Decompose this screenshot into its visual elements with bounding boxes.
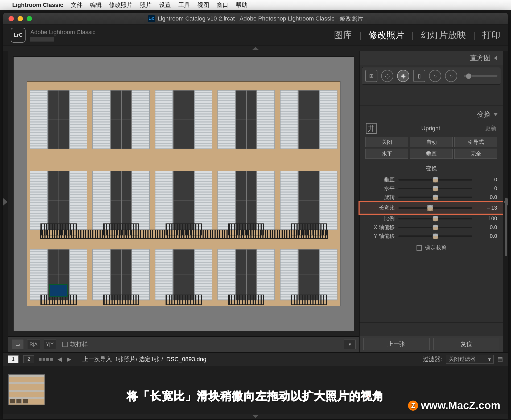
constrain-crop-row[interactable]: 锁定裁剪 [360, 244, 503, 251]
upright-auto-button[interactable]: 自动 [410, 137, 453, 147]
slider-value[interactable]: 0.0 [476, 224, 497, 230]
panel-end [360, 323, 503, 336]
menu-view[interactable]: 视图 [197, 1, 209, 9]
slider-长宽比[interactable]: 长宽比– 13 [360, 202, 503, 214]
upright-level-button[interactable]: 水平 [365, 149, 408, 159]
upright-grid-icon[interactable]: 井 [366, 123, 377, 134]
view-before-after-lr-button[interactable]: R|A [27, 340, 40, 349]
right-panel-handle[interactable] [504, 198, 508, 206]
histogram-header[interactable]: 直方图 [360, 51, 503, 65]
slider-水平[interactable]: 水平0 [360, 184, 503, 193]
filter-lock-icon[interactable]: ▤ [497, 356, 503, 363]
slider-thumb[interactable] [427, 205, 433, 211]
slider-track[interactable] [398, 197, 472, 198]
spot-tool-icon[interactable]: ◌ [381, 70, 393, 82]
slider-比例[interactable]: 比例100 [360, 214, 503, 223]
radial-tool-icon[interactable]: ○ [429, 70, 441, 82]
filmstrip-thumbnail[interactable] [8, 374, 45, 405]
filter-select[interactable]: 关闭过滤器▾ [446, 355, 494, 364]
top-panel-handle[interactable] [3, 46, 508, 51]
slider-thumb[interactable] [432, 225, 438, 230]
slider-track[interactable] [398, 218, 472, 219]
upright-full-button[interactable]: 完全 [454, 149, 497, 159]
redeye-tool-icon[interactable]: ◉ [397, 70, 409, 82]
right-bottom-buttons: 上一张 复位 [360, 336, 503, 352]
slider-Y 轴偏移[interactable]: Y 轴偏移0.0 [360, 232, 503, 240]
upright-vertical-button[interactable]: 垂直 [410, 149, 453, 159]
upright-guided-button[interactable]: 引导式 [454, 137, 497, 147]
slider-value[interactable]: 0.0 [476, 194, 497, 200]
constrain-crop-checkbox[interactable] [417, 245, 422, 251]
expand-icon [493, 113, 498, 116]
nav-forward-icon[interactable]: ▶ [67, 356, 71, 363]
slider-thumb[interactable] [432, 186, 438, 191]
identity-plate[interactable] [30, 37, 54, 42]
menu-settings[interactable]: 设置 [159, 1, 171, 9]
module-develop[interactable]: 修改照片 [368, 29, 405, 41]
maximize-button[interactable] [27, 16, 32, 21]
soft-proof-checkbox[interactable] [62, 342, 68, 347]
slider-track[interactable] [398, 207, 472, 209]
minimize-button[interactable] [18, 16, 23, 21]
left-panel-handle[interactable] [3, 198, 7, 206]
brush-tool-icon[interactable]: ○ [445, 70, 457, 82]
slider-track[interactable] [398, 235, 472, 237]
menu-tools[interactable]: 工具 [178, 1, 190, 9]
module-slideshow[interactable]: 幻灯片放映 [421, 29, 466, 41]
menu-window[interactable]: 窗口 [217, 1, 228, 9]
breadcrumb-filename: DSC_0893.dng [166, 356, 206, 362]
slider-thumb[interactable] [432, 177, 438, 183]
nav-sep: | [76, 356, 78, 363]
reset-button[interactable]: 复位 [433, 338, 500, 350]
slider-旋转[interactable]: 旋转0.0 [360, 193, 503, 202]
chevron-down-icon: ▾ [488, 356, 491, 362]
menu-edit[interactable]: 编辑 [90, 1, 102, 9]
slider-value[interactable]: 0 [476, 177, 497, 183]
filmstrip[interactable]: 将「长宽比」滑块稍微向左拖动以扩大照片的视角 Z www.MacZ.com [3, 366, 508, 414]
nav-back-icon[interactable]: ◀ [57, 356, 62, 363]
tutorial-caption: 将「长宽比」滑块稍微向左拖动以扩大照片的视角 [127, 389, 384, 403]
slider-value[interactable]: 0.0 [476, 233, 497, 239]
upright-update-button[interactable]: 更新 [485, 124, 497, 132]
loupe-toolbar: ▭ R|A Y|Y 软打样 ▾ [8, 336, 359, 352]
grid-view-icon[interactable] [39, 358, 53, 361]
menubar-app-name[interactable]: Lightroom Classic [12, 2, 63, 9]
transform-header[interactable]: 变换 [360, 108, 503, 121]
slider-value[interactable]: – 13 [476, 205, 497, 211]
crop-tool-icon[interactable]: ⊞ [365, 70, 377, 82]
histogram-label: 直方图 [470, 53, 491, 63]
menu-photo[interactable]: 照片 [140, 1, 152, 9]
toolbar-menu-icon[interactable]: ▾ [344, 340, 356, 349]
menu-help[interactable]: 帮助 [236, 1, 248, 9]
monitor-2-button[interactable]: 2 [23, 355, 34, 363]
soft-proof-toggle[interactable]: 软打样 [62, 340, 88, 348]
view-before-after-tb-button[interactable]: Y|Y [44, 340, 56, 349]
view-loupe-button[interactable]: ▭ [12, 340, 23, 349]
slider-X 轴偏移[interactable]: X 轴偏移0.0 [360, 223, 503, 232]
gradient-tool-icon[interactable]: ▯ [413, 70, 425, 82]
upright-off-button[interactable]: 关闭 [365, 137, 408, 147]
photo-preview[interactable] [27, 81, 340, 306]
slider-track[interactable] [398, 179, 472, 181]
slider-value[interactable]: 0 [476, 185, 497, 191]
tool-amount-slider[interactable] [464, 75, 497, 77]
slider-垂直[interactable]: 垂直0 [360, 175, 503, 184]
slider-label: 水平 [365, 185, 395, 192]
slider-value[interactable]: 100 [476, 215, 497, 222]
breadcrumb[interactable]: 上一次导入 1张照片/ 选定1张 / DSC_0893.dng [83, 355, 207, 363]
menu-develop[interactable]: 修改照片 [109, 1, 133, 9]
previous-photo-button[interactable]: 上一张 [363, 338, 430, 350]
collapsed-section[interactable] [360, 87, 503, 105]
filmstrip-header: 1 2 ◀ ▶ | 上一次导入 1张照片/ 选定1张 / DSC_0893.dn… [3, 352, 508, 366]
slider-thumb[interactable] [432, 194, 438, 200]
close-button[interactable] [9, 16, 14, 21]
slider-thumb[interactable] [432, 233, 438, 239]
menu-file[interactable]: 文件 [71, 1, 83, 9]
monitor-1-button[interactable]: 1 [8, 355, 19, 363]
module-library[interactable]: 图库 [334, 29, 352, 41]
module-print[interactable]: 打印 [482, 29, 500, 41]
slider-thumb[interactable] [432, 216, 438, 222]
slider-track[interactable] [398, 227, 472, 228]
slider-track[interactable] [398, 188, 472, 189]
bottom-panel-handle[interactable] [3, 414, 508, 419]
